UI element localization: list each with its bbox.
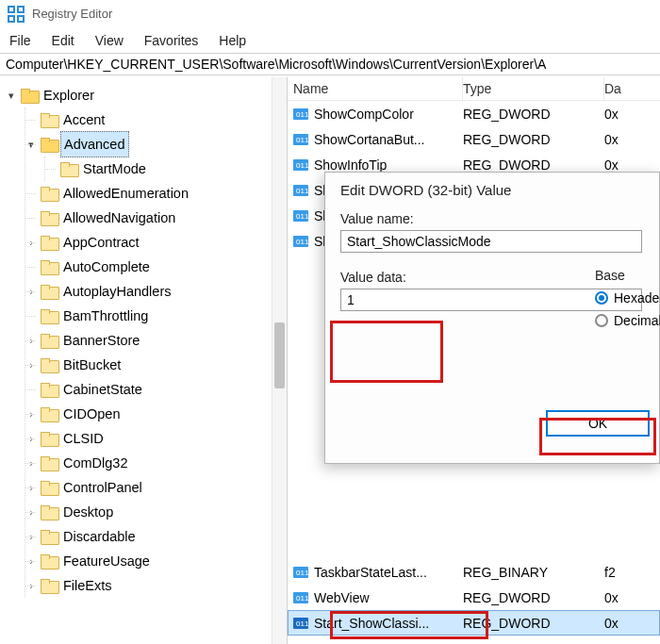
folder-icon [41, 260, 58, 273]
chevron-down-icon: ▾ [6, 83, 17, 107]
tree-label: AppContract [63, 230, 140, 255]
row-name: Start_ShowClassi... [314, 616, 429, 631]
list-row[interactable] [288, 483, 660, 508]
ok-button[interactable]: OK [546, 410, 650, 437]
tree-item[interactable]: › CLSID [25, 426, 287, 451]
row-type: REG_DWORD [463, 616, 604, 631]
chevron-right-icon: › [25, 426, 37, 451]
tree-item-explorer[interactable]: ▾ Explorer [6, 83, 287, 107]
dialog-title: Edit DWORD (32-bit) Value [340, 182, 659, 198]
tree-item[interactable]: AllowedEnumeration [25, 181, 287, 206]
chevron-right-icon: › [25, 328, 37, 353]
chevron-right-icon: › [25, 451, 37, 475]
tree-label: Explorer [43, 83, 94, 107]
menu-help[interactable]: Help [219, 28, 246, 53]
tree-item[interactable]: CabinetState [25, 377, 287, 402]
reg-value-icon: 011 [293, 157, 308, 173]
folder-icon [41, 211, 58, 224]
tree-item[interactable]: AllowedNavigation [25, 206, 287, 230]
svg-rect-7 [19, 17, 23, 21]
tree-item[interactable]: ▾ Advanced [25, 132, 287, 157]
tree-label: Accent [63, 107, 105, 132]
tree-item[interactable]: AutoComplete [25, 255, 287, 279]
tree-item[interactable]: Accent [25, 107, 287, 132]
row-data: 0x [604, 616, 660, 631]
list-header[interactable]: Name Type Da [288, 77, 660, 101]
tree-item[interactable]: › Discardable [25, 524, 287, 549]
column-data[interactable]: Da [604, 77, 660, 100]
chevron-right-icon: › [25, 279, 37, 304]
reg-value-icon: 011 [293, 565, 308, 580]
value-name-input[interactable] [340, 230, 642, 253]
tree-item[interactable]: › AppContract [25, 230, 287, 255]
tree-item[interactable]: › ControlPanel [25, 475, 287, 500]
svg-text:011: 011 [296, 136, 309, 144]
tree-label: CabinetState [63, 377, 142, 402]
menu-file[interactable]: File [9, 28, 31, 53]
folder-icon [41, 285, 58, 298]
tree-label: BannerStore [63, 328, 140, 353]
value-name-label: Value name: [340, 211, 659, 226]
folder-icon [41, 358, 58, 372]
svg-text:011: 011 [296, 110, 309, 119]
tree-item[interactable]: › ComDlg32 [25, 451, 287, 475]
row-type: REG_BINARY [463, 565, 604, 580]
reg-value-icon: 011 [293, 107, 308, 122]
svg-rect-4 [9, 8, 13, 11]
row-type: REG_DWORD [463, 107, 604, 122]
list-row[interactable]: 011 WebView REG_DWORD 0x [288, 585, 660, 610]
row-name: WebView [314, 590, 370, 605]
svg-rect-6 [9, 17, 13, 21]
edit-dword-dialog[interactable]: Edit DWORD (32-bit) Value Value name: Va… [324, 172, 660, 464]
folder-icon [21, 89, 38, 102]
tree-item[interactable]: StartMode [45, 157, 287, 181]
tree-item[interactable]: › FileExts [25, 573, 287, 598]
folder-icon [41, 505, 58, 519]
row-name: TaskbarStateLast... [314, 565, 427, 580]
menu-view[interactable]: View [95, 28, 124, 53]
list-row[interactable]: 011 ShowCompColor REG_DWORD 0x [288, 101, 660, 126]
radio-hexadecimal[interactable]: Hexadecima [595, 287, 660, 309]
menu-edit[interactable]: Edit [52, 28, 74, 53]
list-row[interactable]: 011 Start_ShowClassi... REG_DWORD 0x [288, 610, 660, 636]
tree-item[interactable]: › CIDOpen [25, 402, 287, 426]
tree-label: AllowedNavigation [63, 206, 175, 230]
tree-item[interactable]: BamThrottling [25, 304, 287, 328]
tree-label: Desktop [63, 500, 113, 524]
tree-label: FileExts [63, 573, 112, 598]
menu-favorites[interactable]: Favorites [144, 28, 199, 53]
row-type: REG_DWORD [463, 157, 604, 173]
list-row[interactable] [288, 508, 660, 534]
folder-icon [41, 456, 58, 470]
value-data-label: Value data: [340, 270, 538, 285]
tree-item[interactable]: › AutoplayHandlers [25, 279, 287, 304]
column-name[interactable]: Name [293, 77, 463, 100]
reg-value-icon: 011 [293, 208, 308, 223]
folder-icon [41, 554, 58, 568]
tree-label: ComDlg32 [63, 451, 128, 475]
folder-icon [41, 309, 58, 322]
row-name: ShowInfoTip [314, 157, 387, 173]
scrollbar-thumb[interactable] [274, 322, 285, 388]
svg-text:011: 011 [296, 212, 309, 221]
svg-text:011: 011 [296, 187, 309, 195]
radio-decimal[interactable]: Decimal [595, 309, 660, 332]
folder-icon [41, 432, 58, 445]
address-bar[interactable]: Computer\HKEY_CURRENT_USER\Software\Micr… [0, 53, 660, 75]
tree-item[interactable]: › FeatureUsage [25, 549, 287, 573]
tree-scrollbar[interactable] [272, 77, 287, 644]
column-type[interactable]: Type [463, 77, 604, 100]
tree-label: ControlPanel [63, 475, 142, 500]
svg-text:011: 011 [296, 161, 309, 170]
folder-icon [41, 579, 58, 592]
folder-icon [41, 138, 58, 151]
list-row[interactable] [288, 534, 660, 559]
tree-item[interactable]: › BitBucket [25, 353, 287, 377]
list-row[interactable]: 011 TaskbarStateLast... REG_BINARY f2 [288, 559, 660, 585]
row-data: 0x [604, 157, 660, 173]
tree-item[interactable]: › Desktop [25, 500, 287, 524]
menu-bar: File Edit View Favorites Help [0, 28, 660, 53]
tree-pane[interactable]: ▾ Explorer Accent ▾ Advanced StartMode A… [0, 77, 288, 644]
list-row[interactable]: 011 ShowCortanaBut... REG_DWORD 0x [288, 126, 660, 152]
tree-item[interactable]: › BannerStore [25, 328, 287, 353]
